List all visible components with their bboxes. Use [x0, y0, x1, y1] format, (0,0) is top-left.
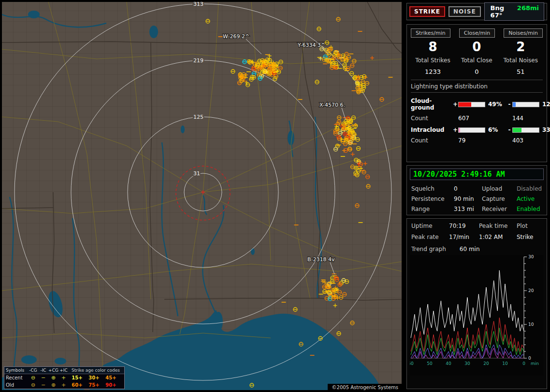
x-axis-unit: min — [531, 361, 539, 366]
close-per-min-label: Close/min — [459, 28, 495, 38]
minus-sign: - — [507, 101, 512, 108]
storm-cell-label: X-4570 6. — [319, 102, 345, 108]
legend-recent-row: Recent ⊖ − ⊕ + 15+ 30+ 45+ — [4, 374, 124, 381]
total-noises-label: Total Noises — [499, 57, 543, 64]
minus-icon: − — [38, 375, 48, 380]
rate-values-row: 8 0 2 — [411, 40, 543, 54]
sidebar: STRIKE NOISE Bng 67° 268mi Strikes/min C… — [406, 0, 548, 392]
perf-grid: Uptime 70:19 Peak time Plot Peak rate 17… — [410, 222, 544, 240]
count-label: Count — [411, 115, 452, 122]
capture-value: Active — [517, 196, 542, 202]
age-90: 90+ — [102, 382, 119, 388]
upload-label: Upload — [482, 185, 517, 192]
ring-label: 313 — [193, 1, 203, 7]
trend-label-row: Trend graph 60 min — [410, 246, 544, 252]
plus-sign: + — [452, 101, 458, 108]
plus-icon: + — [58, 382, 69, 388]
lake — [251, 248, 255, 255]
copyright-text: ©2005 Astrogenic Systems — [328, 384, 403, 391]
storm-cell-label: Y-6334 3^ — [297, 42, 325, 48]
strike-symbol — [337, 54, 341, 58]
x-tick-label: 40 — [446, 361, 451, 366]
ring-label: 219 — [193, 57, 203, 64]
lake — [181, 126, 185, 133]
ic-negative-pct: 33% — [539, 126, 550, 133]
x-tick-label: 0 — [522, 361, 525, 366]
count-label: Count — [411, 137, 452, 144]
age-60: 60+ — [69, 382, 86, 388]
cg-negative-pct: 12% — [539, 101, 550, 108]
cloud-ground-label: Cloud-ground — [411, 98, 452, 111]
plot-label: Plot — [517, 223, 542, 229]
legend-col-neg-cg: -CG — [28, 368, 38, 373]
y-tick-label: 0 — [528, 356, 531, 361]
y-tick-label: 20 — [528, 288, 534, 293]
age-75: 75+ — [86, 382, 102, 388]
bearing-value: Bng 67° — [491, 4, 509, 19]
x-tick-label: 10 — [502, 361, 508, 366]
legend-symbols-header: Symbols — [6, 368, 28, 373]
x-tick-label: 60 — [410, 361, 414, 366]
map-legend: Symbols -CG -IC +CG +IC Strike age color… — [4, 366, 125, 389]
trend-panel: Uptime 70:19 Peak time Plot Peak rate 17… — [406, 218, 547, 389]
range-label: Range — [411, 206, 454, 212]
noise-mode-button[interactable]: NOISE — [449, 6, 481, 17]
ic-negative-count: 403 — [512, 137, 539, 144]
distance-value: 268mi — [517, 4, 539, 19]
circle-plus-icon: ⊕ — [48, 375, 58, 380]
cg-negative-bar — [512, 102, 539, 107]
minus-sign: - — [507, 126, 512, 133]
datetime-display: 10/20/2025 2:49:16 AM — [410, 168, 544, 180]
distribution-title: Lightning type distribution — [411, 83, 543, 93]
age-30: 30+ — [86, 375, 102, 380]
range-value: 313 mi — [454, 206, 482, 212]
storm-cell-label: W-269 2^ — [223, 33, 249, 40]
storm-cell-label: B-2318 4v — [307, 256, 335, 263]
peak-time-value: 1:02 AM — [479, 234, 517, 240]
map-area[interactable]: 31321912531W-269 2^Y-6334 3^X-4570 6.B-2… — [0, 0, 404, 392]
ic-positive-count: 79 — [458, 137, 485, 144]
mode-panel: STRIKE NOISE Bng 67° 268mi — [406, 3, 547, 20]
strike-symbol — [272, 63, 275, 67]
status-panel: 10/20/2025 2:49:16 AM Squelch 0 Upload D… — [406, 165, 547, 215]
legend-header-row: Symbols -CG -IC +CG +IC Strike age color… — [4, 367, 124, 374]
legend-recent-label: Recent — [6, 375, 28, 380]
legend-age-header: Strike age color codes — [69, 368, 123, 373]
circle-minus-icon: ⊖ — [28, 375, 38, 380]
y-tick-label: 10 — [528, 322, 534, 327]
total-noises-value: 51 — [499, 68, 543, 75]
ring-label: 31 — [193, 170, 200, 177]
lake — [21, 355, 37, 364]
trend-chart: 30201006050403020100min — [410, 255, 544, 376]
close-per-min-value: 0 — [455, 40, 499, 54]
total-close-label: Total Close — [455, 57, 499, 64]
x-tick-label: 20 — [483, 361, 489, 366]
noises-per-min-value: 2 — [499, 40, 543, 54]
legend-col-pos-ic: +IC — [58, 368, 69, 373]
uptime-value: 70:19 — [449, 223, 479, 229]
rate-labels-row: Strikes/min Close/min Noises/min — [411, 28, 543, 38]
cloud-ground-count-row: Count 607 144 — [411, 115, 543, 122]
strike-symbol — [239, 76, 243, 80]
lightning-map[interactable]: 31321912531W-269 2^Y-6334 3^X-4570 6.B-2… — [0, 0, 404, 392]
lake — [149, 26, 158, 38]
legend-old-row: Old ⊖ − ⊕ + 60+ 75+ 90+ — [4, 381, 124, 389]
cg-positive-pct: 49% — [485, 101, 507, 108]
strikes-per-min-label: Strikes/min — [411, 28, 450, 38]
total-strikes-value: 1233 — [411, 68, 455, 75]
divider — [411, 80, 543, 80]
bearing-readout: Bng 67° 268mi — [484, 2, 544, 21]
trend-graph-label: Trend graph — [411, 246, 446, 252]
capture-label: Capture — [482, 196, 517, 202]
strikes-per-min-value: 8 — [411, 40, 455, 54]
y-tick-label: 30 — [528, 255, 534, 259]
total-strikes-label: Total Strikes — [411, 57, 455, 64]
uptime-label: Uptime — [411, 223, 449, 229]
minus-icon: − — [38, 382, 48, 388]
ic-positive-pct: 6% — [485, 126, 507, 133]
plus-sign: + — [452, 126, 458, 133]
total-close-value: 0 — [455, 68, 499, 75]
strike-mode-button[interactable]: STRIKE — [409, 6, 445, 17]
circle-minus-icon: ⊖ — [28, 382, 38, 388]
ic-positive-bar — [458, 127, 485, 133]
